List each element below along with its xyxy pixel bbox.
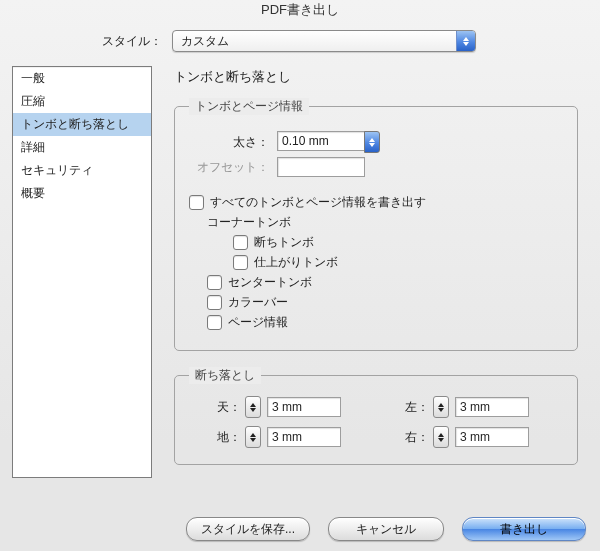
style-select-value: カスタム — [173, 33, 456, 50]
checkbox-icon — [207, 295, 222, 310]
group-bleed-legend: 断ち落とし — [189, 367, 261, 384]
save-style-button[interactable]: スタイルを保存... — [186, 517, 310, 541]
thickness-value[interactable]: 0.10 mm — [277, 131, 365, 151]
bleed-top-stepper[interactable] — [245, 396, 261, 418]
export-button[interactable]: 書き出し — [462, 517, 586, 541]
section-title: トンボと断ち落とし — [174, 68, 588, 86]
chk-all-marks[interactable]: すべてのトンボとページ情報を書き出す — [189, 194, 563, 211]
style-select[interactable]: カスタム — [172, 30, 476, 52]
bleed-right-field[interactable]: 3 mm — [455, 427, 529, 447]
thickness-stepper[interactable] — [364, 131, 380, 153]
thickness-label: 太さ： — [189, 134, 269, 151]
checkbox-icon — [233, 235, 248, 250]
cancel-button[interactable]: キャンセル — [328, 517, 444, 541]
bleed-bottom-stepper[interactable] — [245, 426, 261, 448]
offset-field[interactable] — [277, 157, 365, 177]
sidebar-item-security[interactable]: セキュリティ — [13, 159, 151, 182]
chk-color-bars[interactable]: カラーバー — [207, 294, 563, 311]
lbl-corner-marks: コーナートンボ — [207, 214, 563, 231]
bleed-top-field[interactable]: 3 mm — [267, 397, 341, 417]
offset-label: オフセット： — [189, 159, 269, 176]
bleed-bottom-field[interactable]: 3 mm — [267, 427, 341, 447]
checkbox-icon — [189, 195, 204, 210]
style-select-arrows — [456, 31, 475, 51]
group-marks: トンボとページ情報 太さ： 0.10 mm オフセット： — [174, 98, 578, 351]
dialog-footer: スタイルを保存... キャンセル 書き出し — [186, 517, 586, 541]
chk-page-info[interactable]: ページ情報 — [207, 314, 563, 331]
group-marks-legend: トンボとページ情報 — [189, 98, 309, 115]
bleed-left-label: 左： — [405, 399, 427, 416]
sidebar-item-compress[interactable]: 圧縮 — [13, 90, 151, 113]
sidebar-item-summary[interactable]: 概要 — [13, 182, 151, 205]
window-title: PDF書き出し — [0, 0, 600, 20]
bleed-right-stepper[interactable] — [433, 426, 449, 448]
sidebar-item-marks[interactable]: トンボと断ち落とし — [13, 113, 151, 136]
checkbox-icon — [233, 255, 248, 270]
sidebar-item-advanced[interactable]: 詳細 — [13, 136, 151, 159]
bleed-left-stepper[interactable] — [433, 396, 449, 418]
checkbox-icon — [207, 275, 222, 290]
chk-finish-marks[interactable]: 仕上がりトンボ — [233, 254, 563, 271]
checkbox-icon — [207, 315, 222, 330]
chk-trim-marks[interactable]: 断ちトンボ — [233, 234, 563, 251]
bleed-bottom-label: 地： — [217, 429, 239, 446]
style-label: スタイル： — [96, 33, 162, 50]
chk-center-marks[interactable]: センタートンボ — [207, 274, 563, 291]
bleed-top-label: 天： — [217, 399, 239, 416]
main-panel: トンボと断ち落とし トンボとページ情報 太さ： 0.10 mm オフセット： — [174, 66, 588, 481]
bleed-left-field[interactable]: 3 mm — [455, 397, 529, 417]
bleed-right-label: 右： — [405, 429, 427, 446]
sidebar-item-general[interactable]: 一般 — [13, 67, 151, 90]
settings-sidebar: 一般 圧縮 トンボと断ち落とし 詳細 セキュリティ 概要 — [12, 66, 152, 478]
group-bleed: 断ち落とし 天： 3 mm 左： 3 mm 地： 3 mm 右： 3 mm — [174, 367, 578, 465]
